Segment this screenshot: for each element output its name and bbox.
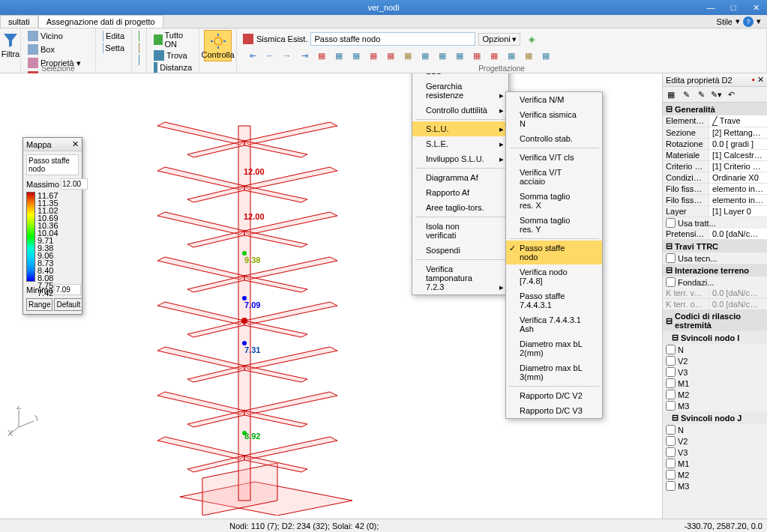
default-button[interactable]: Default [54,298,82,311]
close-button[interactable]: ✕ [745,0,767,15]
tb-btn-undo[interactable]: ↶ [724,88,738,100]
arrow-left-button[interactable]: ← [262,48,278,63]
setta-button[interactable]: Setta [100,42,127,54]
filtra-button[interactable]: Filtra [4,30,16,60]
distanza-button[interactable]: Distanza [151,61,194,73]
col-l-button[interactable]: ▦ [503,48,520,63]
menu-diam2[interactable]: Diametro max bL 2(mm) [506,336,602,360]
col-a-button[interactable]: ▦ [313,48,330,63]
check-m2-i[interactable] [666,390,676,399]
menu-nodo748[interactable]: Verifica nodo [7.4.8] [506,265,602,288]
menu-sommax[interactable]: Somma taglio res. X [506,189,602,213]
check-usatecn[interactable] [666,253,676,263]
arrow-left-all-button[interactable]: ⇤ [244,48,261,63]
box-button[interactable]: Box [25,43,57,55]
check-v2-i[interactable] [666,356,676,366]
col-k-button[interactable]: ▦ [486,48,502,63]
col-c-button[interactable]: ▦ [348,48,364,63]
check-m2-j[interactable] [666,470,676,480]
tab-assegnazione[interactable]: Assegnazione dati di progetto [38,15,163,28]
prop-elemento[interactable]: ╱ Trave [709,115,767,127]
close-icon[interactable]: ✕ [757,75,764,84]
stile-menu[interactable]: Stile▾ ?▾ [711,15,767,28]
menu-passo7443[interactable]: Passo staffe 7.4.4.3.1 [506,288,602,312]
menu-passo[interactable]: Passo staffe nodo [506,241,602,265]
grid1-button[interactable] [136,42,142,54]
check-n-j[interactable] [666,425,676,435]
section-svincoloj[interactable]: ⊟ Svincoli nodo J [663,411,767,424]
section-generalita[interactable]: ⊟ Generalità [663,103,767,115]
prop-pretensione[interactable]: 0.0 [daN/cm2 ] [709,229,767,239]
minimize-button[interactable]: — [700,0,722,15]
prop-condizioni[interactable]: Ordinarie X0 [709,172,767,183]
opzioni-button[interactable]: Opzioni ▾ [478,33,520,46]
help-icon[interactable]: ? [743,16,754,27]
check-m3-i[interactable] [666,401,676,411]
menu-slu[interactable]: S.L.U. [412,121,508,136]
menu-vtacc[interactable]: Verifica V/T acciaio [506,165,602,189]
section-interazione[interactable]: ⊟ Interazione terreno [663,264,767,276]
check-v3-j[interactable] [666,447,676,457]
col-n-button[interactable]: ▦ [538,48,554,63]
col-i-button[interactable]: ▦ [451,48,468,63]
menu-diagramma[interactable]: Diagramma Af [412,170,508,185]
section-travittrc[interactable]: ⊟ Travi TTRC [663,240,767,253]
col-e-button[interactable]: ▦ [382,48,399,63]
menu-isola[interactable]: Isola non verificati [412,219,508,243]
menu-sle[interactable]: S.L.E. [412,136,508,151]
pin-icon[interactable]: ▪ [752,75,755,84]
tb-btn-4[interactable]: ✎▾ [709,88,723,100]
tuttoon-button[interactable]: Tutto ON [151,30,194,49]
menu-sommay[interactable]: Somma taglio res. Y [506,213,602,237]
menu-stab[interactable]: Controllo stab. [506,131,602,146]
prop-sezione[interactable]: [2] Rettangolar... [709,127,767,138]
axis-widget[interactable]: Z Y X [7,406,37,436]
col-f-button[interactable]: ▦ [400,48,416,63]
menu-rapporto[interactable]: Rapporto Af [412,185,508,200]
col-b-button[interactable]: ▦ [331,48,347,63]
check-fondazi[interactable] [666,277,676,287]
menu-sismica-n[interactable]: Verifica sismica N [506,107,602,131]
trova-button[interactable]: Trova [151,49,194,61]
vicino-button[interactable]: Vicino [25,30,65,42]
menu-aree[interactable]: Aree taglio-tors. [412,200,508,215]
search-input[interactable] [310,32,475,46]
tb-btn-1[interactable]: ▦ [664,88,678,100]
menu-tamponatura[interactable]: Verifica tamponatura 7.2.3 [412,262,508,294]
menu-diam3[interactable]: Diametro max bL 3(mm) [506,360,602,384]
maximize-button[interactable]: □ [722,0,745,15]
section-codici[interactable]: ⊟ Codici di rilascio estremità [663,310,767,331]
grid2-button[interactable] [136,54,142,66]
col-m-button[interactable]: ▦ [520,48,537,63]
massimo-input[interactable] [61,178,88,190]
check-n-i[interactable] [666,345,676,354]
edita-button[interactable]: Edita [100,30,127,42]
menu-sospendi[interactable]: Sospendi [412,243,508,258]
menu-vtcls[interactable]: Verifica V/T cls [506,150,602,165]
menu-ver7443[interactable]: Verifica 7.4.4.3.1 Ash [506,312,602,336]
close-icon[interactable]: ✕ [72,139,79,149]
check-m1-i[interactable] [666,378,676,388]
check-usatratt[interactable] [666,218,676,228]
menu-stato[interactable]: Stato progetto SLU [412,73,508,79]
menu-inviluppo[interactable]: Inviluppo S.L.U. [412,151,508,166]
range-button[interactable]: Range [26,298,52,311]
col-h-button[interactable]: ▦ [434,48,451,63]
globe-button[interactable] [136,30,142,42]
minimo-input[interactable] [54,284,81,295]
tab-risultati[interactable]: sultati [0,15,38,28]
col-j-button[interactable]: ▦ [469,48,485,63]
check-v3-i[interactable] [666,367,676,377]
check-m1-j[interactable] [666,459,676,468]
arrow-right-button[interactable]: → [279,48,295,63]
col-d-button[interactable]: ▦ [365,48,382,63]
controlla-button[interactable]: Controlla [204,30,232,61]
prop-criterio[interactable]: [1] Criterio di p... [709,161,767,172]
col-g-button[interactable]: ▦ [417,48,433,63]
menu-rdc2[interactable]: Rapporto D/C V2 [506,388,602,403]
section-svincoloi[interactable]: ⊟ Svincoli nodo I [663,331,767,344]
prop-filo2[interactable]: elemento in asse [709,195,767,205]
tb-btn-2[interactable]: ✎ [679,88,693,100]
prop-layer[interactable]: [1] Layer 0 [709,206,767,217]
prop-materiale[interactable]: [1] Calcestruz... [709,150,767,160]
